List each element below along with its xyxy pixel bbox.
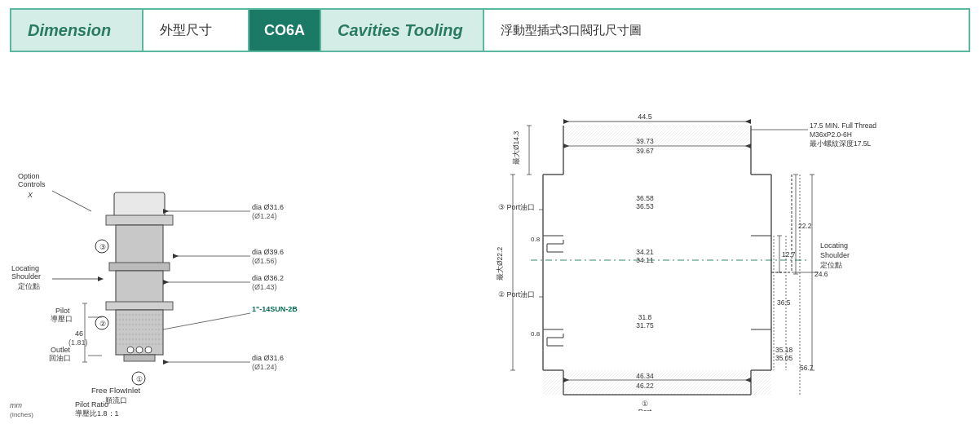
svg-text:最大Ø14.3: 最大Ø14.3 [512,131,520,165]
svg-text:①: ① [136,375,143,383]
svg-rect-10 [106,215,173,225]
svg-text:1"-14SUN-2B: 1"-14SUN-2B [252,305,298,313]
svg-point-24 [136,347,143,353]
svg-text:Pilot: Pilot [55,307,70,315]
svg-text:36.5: 36.5 [777,298,791,307]
svg-text:最大Ø22.2: 最大Ø22.2 [496,247,504,281]
svg-rect-156 [543,370,771,395]
svg-text:Locating: Locating [11,264,39,272]
svg-text:M36xP2.0-6H: M36xP2.0-6H [810,130,852,139]
svg-marker-38 [173,254,179,259]
mm-label: mm (Inches) [10,401,33,419]
svg-text:Locating: Locating [820,241,848,250]
header-dimension: Dimension [11,10,142,51]
svg-text:Controls: Controls [18,180,46,188]
svg-text:②: ② [99,320,106,328]
svg-text:44.5: 44.5 [638,113,652,121]
svg-text:(Ø1.43): (Ø1.43) [252,283,277,291]
svg-text:31.8: 31.8 [638,313,652,321]
svg-text:Free FlowInlet: Free FlowInlet [91,386,141,395]
svg-text:34.21: 34.21 [636,248,654,256]
header-chinese2: 浮動型插式3口閥孔尺寸圖 [483,10,969,51]
svg-text:回油口: 回油口 [49,354,71,362]
svg-rect-9 [114,192,165,217]
svg-rect-12 [109,263,170,271]
svg-text:Outlet: Outlet [51,346,71,354]
pilot-ratio-label: Pilot Ratio [75,400,119,410]
svg-marker-48 [163,360,169,365]
svg-rect-155 [563,126,751,150]
svg-text:35.05: 35.05 [775,354,793,362]
svg-text:定位點: 定位點 [18,282,40,290]
svg-text:(Ø1.24): (Ø1.24) [252,363,277,371]
svg-text:35.18: 35.18 [775,346,793,354]
right-diagram: 44.5 17.5 MIN. Full Thread M36xP2.0-6H 最… [401,60,970,426]
svg-text:dia Ø31.6: dia Ø31.6 [252,203,284,211]
svg-text:0.8: 0.8 [531,236,541,243]
svg-point-25 [145,347,152,353]
svg-text:③ Port油口: ③ Port油口 [498,203,535,211]
svg-marker-66 [745,119,751,124]
svg-text:導壓口: 導壓口 [51,315,73,323]
svg-rect-14 [106,302,173,310]
svg-text:46: 46 [75,329,83,338]
svg-text:36.53: 36.53 [636,202,654,210]
svg-text:最小螺紋深度17.5L: 最小螺紋深度17.5L [810,139,872,148]
svg-rect-26 [124,355,155,361]
header-code: CO6A [248,10,320,51]
svg-text:Shoulder: Shoulder [11,272,41,281]
chinese2-label: 浮動型插式3口閥孔尺寸圖 [501,23,642,38]
right-svg: 44.5 17.5 MIN. Full Thread M36xP2.0-6H 最… [401,60,970,411]
svg-text:36.58: 36.58 [636,194,654,202]
svg-rect-13 [116,271,163,303]
svg-text:X: X [27,191,33,199]
svg-text:34.11: 34.11 [636,256,654,264]
pilot-ratio-value: 導壓比1.8：1 [75,409,119,419]
svg-text:Port: Port [638,408,652,411]
cavities-label: Cavities Tooling [338,21,463,40]
svg-text:② Port油口: ② Port油口 [498,290,535,298]
svg-text:12.7: 12.7 [782,250,796,259]
svg-text:0.8: 0.8 [531,330,541,338]
svg-text:dia Ø31.6: dia Ø31.6 [252,354,284,362]
svg-text:17.5 MIN. Full Thread: 17.5 MIN. Full Thread [810,122,876,130]
svg-rect-11 [116,225,163,264]
header-bar: Dimension 外型尺寸 CO6A Cavities Tooling 浮動型… [10,8,970,52]
inches-text: (Inches) [10,411,33,419]
svg-marker-42 [163,280,169,285]
svg-text:(Ø1.56): (Ø1.56) [252,257,277,265]
svg-marker-34 [163,209,169,214]
mm-text: mm [10,401,33,411]
chinese1-label: 外型尺寸 [160,22,212,39]
code-label: CO6A [264,22,305,39]
svg-text:Option: Option [18,172,40,180]
main-content: Option Controls X Locating Shoulder 定位點 [0,52,980,434]
svg-text:22.2: 22.2 [798,222,812,230]
svg-marker-65 [563,119,569,124]
svg-text:(1.81): (1.81) [68,338,88,347]
svg-line-3 [52,191,91,211]
header-cavities: Cavities Tooling [320,10,483,51]
svg-line-45 [163,313,250,329]
svg-text:dia Ø39.6: dia Ø39.6 [252,248,284,256]
svg-text:①: ① [642,400,648,408]
left-svg: Option Controls X Locating Shoulder 定位點 [10,60,401,411]
svg-text:Shoulder: Shoulder [820,251,850,259]
header-chinese1: 外型尺寸 [142,10,248,51]
left-diagram: Option Controls X Locating Shoulder 定位點 [10,60,401,426]
svg-text:③: ③ [99,243,106,251]
svg-text:56.7: 56.7 [800,364,814,372]
svg-text:定位點: 定位點 [820,261,842,269]
dimension-label: Dimension [28,21,111,40]
svg-point-23 [127,347,134,353]
svg-marker-8 [98,276,104,281]
svg-text:(Ø1.24): (Ø1.24) [252,212,277,220]
pilot-ratio: Pilot Ratio 導壓比1.8：1 [75,400,119,419]
svg-text:24.6: 24.6 [814,270,828,278]
svg-text:31.75: 31.75 [636,321,654,329]
svg-text:dia Ø36.2: dia Ø36.2 [252,274,284,282]
